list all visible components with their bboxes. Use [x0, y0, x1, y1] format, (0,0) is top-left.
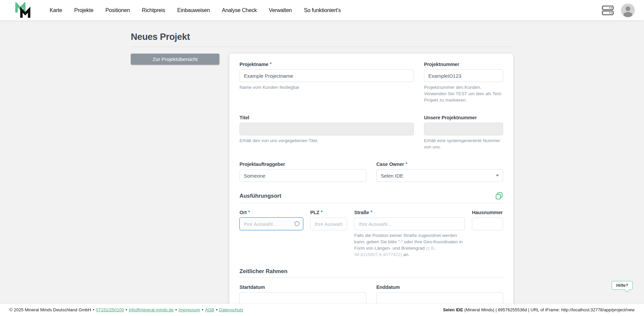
nav-item-einbauweisen[interactable]: Einbauweisen: [177, 7, 210, 13]
main-content: Neues Projekt Zur Projektübersicht Proje…: [131, 20, 513, 316]
enddatum-input[interactable]: [376, 292, 503, 305]
required-marker: *: [270, 61, 272, 67]
title-divider: [131, 47, 513, 47]
nav-item-positionen[interactable]: Positionen: [105, 7, 130, 13]
top-navbar: Karte Projekte Positionen Richtpreis Ein…: [0, 0, 644, 20]
titel-help: Erhält den von uns vorgegebenen Titel.: [239, 138, 414, 144]
nav-item-projekte[interactable]: Projekte: [74, 7, 93, 13]
required-marker: *: [406, 161, 408, 167]
projektnummer-input[interactable]: [424, 69, 503, 82]
unsere-projektnummer-input: [424, 123, 503, 135]
ausfuehrungsort-section-title: Ausführungsort: [239, 193, 281, 199]
required-marker: *: [371, 209, 373, 215]
agb-link[interactable]: AGB: [205, 307, 214, 312]
page-footer: © 2025 Mineral Minds Deutschland GmbH • …: [0, 304, 644, 316]
server-icon[interactable]: [602, 5, 614, 15]
enddatum-label: Enddatum: [376, 285, 503, 290]
nav-item-so-funktionierts[interactable]: So funktioniert's: [304, 7, 341, 13]
hilfe-button[interactable]: Hilfe?: [611, 281, 633, 290]
startdatum-input[interactable]: [239, 292, 366, 305]
strasse-label: Straße*: [354, 210, 465, 215]
phone-link[interactable]: 07151/250100: [96, 307, 124, 312]
plz-input[interactable]: [310, 217, 347, 230]
titel-input: [239, 123, 414, 135]
startdatum-label: Startdatum: [239, 285, 366, 290]
project-form-card: Projektname* Name vom Kunden festlegbar …: [229, 54, 513, 316]
projektname-label: Projektname*: [239, 62, 414, 67]
ort-label: Ort*: [239, 210, 303, 215]
case-owner-label: Case Owner*: [376, 162, 503, 167]
datenschutz-link[interactable]: Datenschutz: [219, 307, 243, 312]
case-owner-selected-value: Selen IDE: [381, 173, 404, 179]
projektnummer-label: Projektnummer: [424, 62, 503, 67]
copyright-text: © 2025 Mineral Minds Deutschland GmbH: [9, 307, 91, 312]
avatar-body-icon: [624, 12, 632, 17]
zeitlicher-rahmen-section-title: Zeitlicher Rahmen: [239, 268, 287, 274]
projektauftraggeber-input[interactable]: [239, 169, 366, 182]
impressum-link[interactable]: Impressum: [178, 307, 200, 312]
required-marker: *: [321, 209, 323, 215]
projektauftraggeber-label: Projektauftraggeber: [239, 162, 366, 167]
strasse-help: Falls die Position keiner Straße zugeord…: [354, 233, 465, 258]
projektnummer-help: Projektnummer des Kunden. Verwenden Sie …: [424, 84, 503, 104]
section-divider: [239, 277, 503, 278]
titel-label: Titel: [239, 115, 414, 120]
case-owner-select[interactable]: Selen IDE: [376, 169, 503, 182]
nav-item-analyse-check[interactable]: Analyse Check: [222, 7, 257, 13]
hausnummer-input[interactable]: [472, 217, 503, 230]
nav-item-richtpreis[interactable]: Richtpreis: [142, 7, 165, 13]
required-marker: *: [248, 209, 250, 215]
session-info: Selen IDE (Mineral Minds) | 69576255536d…: [443, 307, 635, 312]
mineral-minds-logo-icon[interactable]: [15, 2, 31, 18]
nav-item-verwalten[interactable]: Verwalten: [269, 7, 292, 13]
ort-input[interactable]: [239, 217, 303, 230]
hausnummer-label: Hausnummer: [472, 210, 503, 215]
avatar-head-icon: [626, 6, 630, 11]
unsere-projektnummer-help: Erhält eine systemgenerierte Nummer von …: [424, 138, 503, 150]
nav-item-karte[interactable]: Karte: [50, 7, 62, 13]
strasse-input[interactable]: [354, 217, 465, 230]
section-divider: [239, 203, 503, 203]
email-link[interactable]: info@mineral-minds.de: [129, 307, 174, 312]
main-navigation: Karte Projekte Positionen Richtpreis Ein…: [50, 7, 341, 13]
projektname-help: Name vom Kunden festlegbar: [239, 84, 414, 91]
page-title: Neues Projekt: [131, 32, 513, 42]
copy-icon[interactable]: [495, 192, 503, 200]
unsere-projektnummer-label: Unsere Projektnummer: [424, 115, 503, 120]
plz-label: PLZ*: [310, 210, 347, 215]
chevron-down-icon: [496, 175, 499, 177]
user-avatar[interactable]: [621, 4, 635, 17]
projektname-input[interactable]: [239, 69, 414, 82]
zur-projektuebersicht-button[interactable]: Zur Projektübersicht: [131, 54, 219, 65]
